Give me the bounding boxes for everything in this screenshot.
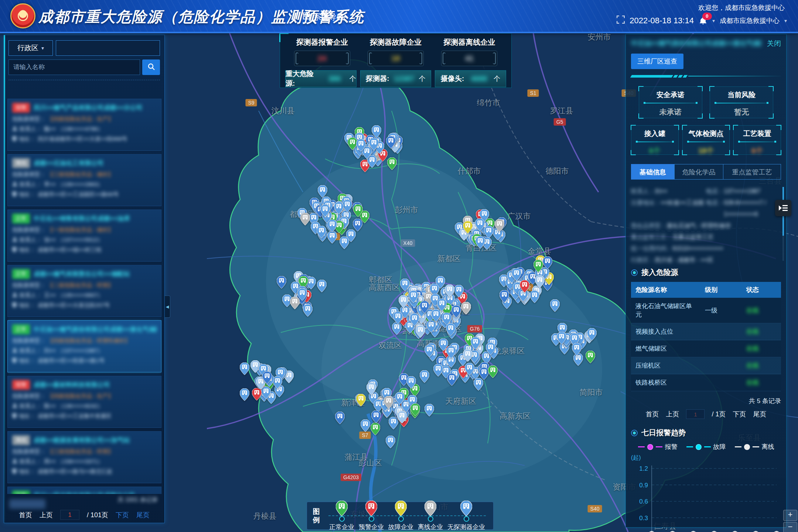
pagination-page-input[interactable] [60,510,79,520]
map-pin[interactable] [366,382,376,396]
map-pin[interactable] [437,299,447,313]
tab-basic-info[interactable]: 基础信息 [631,164,675,180]
tab-key-process[interactable]: 重点监管工艺 [723,164,781,180]
map-pin[interactable] [371,410,381,424]
table-row[interactable]: 燃气储罐区在线 [631,340,781,357]
map-pin[interactable] [300,213,310,227]
chevron-down-icon[interactable]: ▾ [784,18,787,24]
map-pin[interactable] [303,304,313,318]
notification-bell-icon[interactable]: 0 [699,16,707,25]
table-row[interactable]: 压缩机区在线 [631,357,781,374]
map-pin[interactable] [240,362,249,376]
pagination-last[interactable]: 尾页 [136,511,150,519]
table-row[interactable]: 液化石油气储罐区单元一级在线 [631,298,781,323]
map-pin[interactable] [445,284,454,299]
map-pin[interactable] [406,376,416,390]
map-pin[interactable] [420,370,429,384]
fullscreen-icon[interactable] [617,16,625,26]
map-pin[interactable] [587,328,597,342]
user-org-dropdown[interactable]: 成都市应急救援中心 [720,16,780,25]
company-card[interactable]: 正常中石油××燃气股份有限公司成都××液化气储配站危险源类型：【四级危险化学品 … [7,320,161,372]
hazard-pagination-last[interactable]: 尾页 [753,410,767,419]
hazard-pagination-page-input[interactable] [686,409,705,419]
map-pin[interactable] [277,276,286,290]
search-input[interactable] [8,59,140,75]
map-pin[interactable] [420,301,429,315]
map-pin[interactable] [475,236,485,250]
map-pin[interactable] [335,412,345,426]
zoom-in-button[interactable]: + [783,510,797,521]
map-pin[interactable] [424,345,434,359]
map-pin[interactable] [535,275,545,289]
map-pin[interactable] [397,411,407,425]
table-row[interactable]: 视频接入点位在线 [631,323,781,340]
map-pin[interactable] [424,404,434,418]
map-pin[interactable] [410,403,420,417]
panel-collapse-button[interactable] [775,200,791,216]
map-pin[interactable] [387,157,397,171]
zoom-out-button[interactable]: − [783,522,797,532]
map-pin[interactable] [446,346,456,360]
map-pin[interactable] [416,325,425,339]
hazard-pagination-next[interactable]: 下页 [733,410,746,419]
3d-patrol-button[interactable]: 三维厂区巡查 [631,54,683,69]
map-pin[interactable] [353,219,362,233]
map-pin[interactable] [393,311,403,325]
map-pin[interactable] [530,290,539,304]
map-pin[interactable] [533,260,543,274]
map-pin[interactable] [290,297,300,311]
page-size-control[interactable] [9,499,45,509]
map-pin[interactable] [461,302,471,316]
map-pin[interactable] [488,365,498,379]
map-pin[interactable] [454,285,464,299]
map-pin[interactable] [320,204,330,218]
chevron-down-icon[interactable]: ▾ [712,18,715,24]
map-pin[interactable] [433,364,443,378]
map-pin[interactable] [240,388,249,402]
company-card[interactable]: 报警成都××新材料科技有限公司危险源类型：【四级危险化学品 - 生产】联系人：陈… [7,376,161,428]
system-nav-button[interactable]: 系统导航 [303,12,344,22]
map-pin[interactable] [356,139,366,153]
company-card[interactable]: 报警四川××燃气产品有限公司成都××分公司危险源类型：【四级危险化学品 - 生产… [7,99,161,151]
map-pin[interactable] [342,200,352,214]
sidebar-collapse-tab[interactable]: ◀ [165,296,170,318]
company-card[interactable]: 正常成都××燃气有限责任公司××储配站危险源类型：【二级危险化学品 - 经营】联… [7,265,161,317]
map-pin[interactable] [317,226,326,240]
map-pin[interactable] [447,373,457,387]
map-pin[interactable] [572,343,582,357]
search-button[interactable] [142,59,160,75]
pagination-next[interactable]: 下页 [116,511,129,519]
map-pin[interactable] [586,351,595,365]
map-pin[interactable] [356,394,366,408]
map-pin[interactable] [327,219,337,233]
map-pin[interactable] [386,136,396,150]
map-pin[interactable] [463,349,473,363]
map-pin[interactable] [475,218,485,232]
map-pin[interactable] [371,423,380,437]
map-pin[interactable] [262,371,272,385]
company-card[interactable]: 离线成都××石油化工有限公司危险源类型：【三级危险化学品 - 储存】联系人：李×… [7,154,161,206]
company-card[interactable]: 离线成都××能源发展有限公司××加气站危险源类型：【三级危险化学品 - 经营】联… [7,431,161,483]
map-pin[interactable] [495,219,504,233]
map-pin[interactable] [474,378,483,392]
map-pin[interactable] [334,202,344,216]
company-card[interactable]: 正常中石化××销售有限公司成都××油库危险源类型：【一级危险化学品 - 储存】联… [7,209,161,262]
map-pin[interactable] [386,436,395,450]
map-pin[interactable] [395,392,405,406]
district-value-input[interactable] [56,40,160,56]
hazard-pagination-prev[interactable]: 上页 [666,410,679,419]
table-row[interactable]: 铁路栈桥区在线 [631,374,781,391]
map-pin[interactable] [557,332,566,346]
map-pin[interactable] [486,342,495,357]
map-pin[interactable] [353,204,363,218]
map-pin[interactable] [340,236,349,250]
map-pin[interactable] [451,305,461,319]
map-pin[interactable] [369,138,379,152]
tab-hazard-chemicals[interactable]: 危险化学品 [674,164,723,180]
map-pin[interactable] [446,323,456,337]
map-pin[interactable] [317,280,327,294]
pagination-first[interactable]: 首页 [19,511,32,519]
map-pin[interactable] [399,295,408,309]
hazard-pagination-first[interactable]: 首页 [645,410,659,419]
close-button[interactable]: 关闭 [767,39,781,48]
